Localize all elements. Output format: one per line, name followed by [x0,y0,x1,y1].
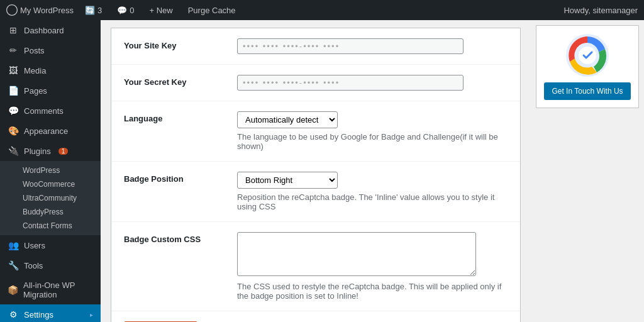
settings-icon: ⚙ [8,309,19,319]
main-content: Your Site Key Your Secret Key Language A… [101,20,531,322]
ad-card: Get In Touch With Us [536,25,639,108]
sidebar-item-dashboard[interactable]: ⊞ Dashboard [0,20,101,40]
language-select[interactable]: Automatically detect English French Germ… [237,111,338,128]
badge-position-description: Reposition the reCaptcha badge. The 'Inl… [237,192,508,211]
settings-form: Your Site Key Your Secret Key Language A… [111,28,521,322]
plugins-icon: 🔌 [8,146,19,156]
plugin-link-ultracommunity[interactable]: UltraCommunity [0,191,101,205]
sidebar-item-settings[interactable]: ⚙ Settings ▸ [0,304,101,322]
badge-position-select[interactable]: Bottom Right Bottom Left Inline [237,172,338,189]
purge-cache-item[interactable]: Purge Cache [184,0,240,20]
wp-logo[interactable]: My WordPress [6,4,74,16]
secret-key-row: Your Secret Key [111,65,520,101]
sidebar-item-users[interactable]: 👥 Users [0,235,101,255]
language-row: Language Automatically detect English Fr… [111,101,520,162]
updates-item[interactable]: 🔄 3 [81,0,106,20]
plugin-link-contactforms[interactable]: Contact Forms [0,219,101,233]
allinone-icon: 📦 [8,285,18,295]
secret-key-input[interactable] [237,75,464,91]
new-item[interactable]: + New [145,0,176,20]
site-key-input[interactable] [237,38,464,54]
get-in-touch-button[interactable]: Get In Touch With Us [544,82,631,100]
dashboard-icon: ⊞ [8,25,19,35]
comments-item[interactable]: 💬 0 [113,0,138,20]
language-field: Automatically detect English French Germ… [237,111,508,151]
admin-bar: My WordPress 🔄 3 💬 0 + New Purge Cache H… [0,0,644,20]
sidebar-item-comments[interactable]: 💬 Comments [0,101,101,121]
sidebar-item-allinone[interactable]: 📦 All-in-One WP Migration [0,275,101,304]
badge-css-description: The CSS used to restyle the reCaptcha ba… [237,282,508,301]
sidebar-item-media[interactable]: 🖼 Media [0,60,101,80]
badge-position-field: Bottom Right Bottom Left Inline Repositi… [237,172,508,211]
settings-arrow-icon: ▸ [90,311,93,318]
language-label: Language [124,111,237,123]
badge-css-label: Badge Custom CSS [124,232,237,244]
badge-css-row: Badge Custom CSS The CSS used to restyle… [111,222,520,311]
language-description: The language to be used by Google for Ba… [237,132,508,151]
plugin-link-buddypress[interactable]: BuddyPress [0,205,101,219]
tools-icon: 🔧 [8,260,19,270]
sidebar: ⊞ Dashboard ✏ Posts 🖼 Media 📄 Pages 💬 Co… [0,20,101,322]
users-icon: 👥 [8,240,19,250]
plugin-link-wordpress[interactable]: WordPress [0,164,101,177]
sidebar-item-appearance[interactable]: 🎨 Appearance [0,121,101,141]
site-key-field [237,38,508,54]
badge-css-field: The CSS used to restyle the reCaptcha ba… [237,232,508,301]
secret-key-field [237,75,508,91]
comments-icon: 💬 [8,106,19,116]
posts-icon: ✏ [8,45,19,55]
save-row: Save Changes [111,311,520,322]
howdy-text: Howdy, sitemanager [564,6,638,15]
pages-icon: 📄 [8,86,19,96]
badge-position-label: Badge Position [124,172,237,184]
sidebar-item-pages[interactable]: 📄 Pages [0,80,101,101]
ad-logo [562,33,613,71]
sidebar-item-posts[interactable]: ✏ Posts [0,40,101,60]
plugin-sublinks: WordPress WooCommerce UltraCommunity Bud… [0,161,101,235]
plugin-link-woocommerce[interactable]: WooCommerce [0,177,101,191]
site-key-label: Your Site Key [124,38,237,50]
media-icon: 🖼 [8,65,19,75]
secret-key-label: Your Secret Key [124,75,237,87]
badge-css-textarea[interactable] [237,232,476,276]
wp-layout: ⊞ Dashboard ✏ Posts 🖼 Media 📄 Pages 💬 Co… [0,20,644,322]
appearance-icon: 🎨 [8,126,19,136]
right-panel: Get In Touch With Us [531,20,644,322]
site-key-row: Your Site Key [111,28,520,65]
plugins-badge: 1 [58,148,69,155]
sidebar-item-plugins[interactable]: 🔌 Plugins 1 [0,141,101,161]
badge-position-row: Badge Position Bottom Right Bottom Left … [111,162,520,222]
sidebar-item-tools[interactable]: 🔧 Tools [0,255,101,275]
